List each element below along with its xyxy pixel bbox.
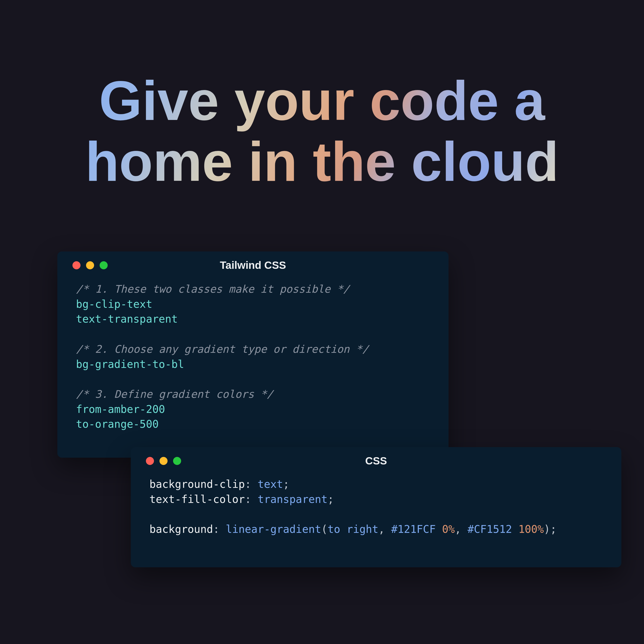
tw-class: text-transparent [76, 313, 178, 325]
traffic-light-minimize-icon[interactable] [86, 261, 94, 269]
css-hex: #121FCF [391, 523, 436, 535]
code-body-css: background-clip: text; text-fill-color: … [131, 475, 621, 549]
css-property: background-clip [149, 478, 245, 490]
css-value: to right [328, 523, 378, 535]
traffic-light-zoom-icon[interactable] [173, 457, 181, 465]
tw-class: from-amber-200 [76, 403, 165, 415]
hero-title: Give your code a home in the cloud [45, 70, 599, 192]
code-comment: /* 3. Define gradient colors */ [76, 388, 273, 400]
window-title: CSS [131, 455, 621, 467]
css-value: text [257, 478, 283, 490]
css-percent: 0% [442, 523, 455, 535]
tw-class: to-orange-500 [76, 418, 159, 430]
css-value: transparent [257, 493, 328, 505]
window-header: Tailwind CSS [57, 251, 449, 279]
window-header: CSS [131, 447, 621, 475]
traffic-light-minimize-icon[interactable] [159, 457, 167, 465]
window-title: Tailwind CSS [57, 259, 449, 271]
code-comment: /* 2. Choose any gradient type or direct… [76, 343, 369, 355]
code-body-tailwind: /* 1. These two classes make it possible… [57, 279, 449, 444]
css-property: text-fill-color [149, 493, 245, 505]
tw-class: bg-gradient-to-bl [76, 358, 184, 370]
code-comment: /* 1. These two classes make it possible… [76, 283, 350, 295]
traffic-lights [72, 261, 108, 269]
css-hex: #CF1512 [467, 523, 512, 535]
css-property: background [149, 523, 213, 535]
css-percent: 100% [519, 523, 544, 535]
traffic-light-zoom-icon[interactable] [100, 261, 108, 269]
traffic-lights [146, 457, 181, 465]
traffic-light-close-icon[interactable] [146, 457, 154, 465]
traffic-light-close-icon[interactable] [72, 261, 80, 269]
code-window-tailwind: Tailwind CSS /* 1. These two classes mak… [57, 251, 449, 458]
code-window-css: CSS background-clip: text; text-fill-col… [131, 447, 621, 567]
css-function: linear-gradient [226, 523, 321, 535]
tw-class: bg-clip-text [76, 298, 152, 310]
